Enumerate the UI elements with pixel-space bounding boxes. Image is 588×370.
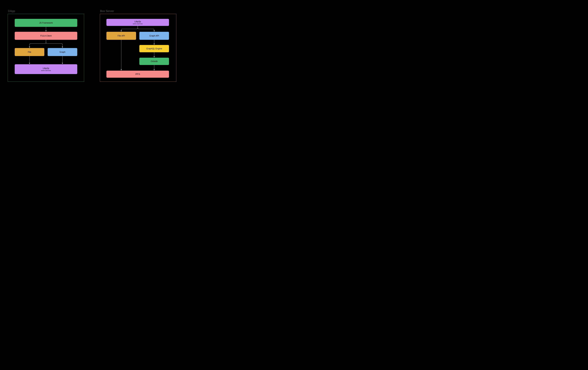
node-label: GraphQL Engine: [146, 47, 162, 50]
node-libp2p-box: Libp2p webrtc-star/noise: [106, 19, 169, 26]
dapp-title: DApp: [8, 10, 15, 13]
node-label: File API: [118, 35, 125, 37]
node-graphql-engine: GraphQL Engine: [139, 45, 169, 52]
node-label: Graph: [60, 51, 65, 53]
node-file: File: [15, 48, 44, 56]
box-title: Box Server: [100, 10, 114, 13]
diagram-canvas: DApp JS Framework FULA Client File Graph…: [0, 0, 185, 87]
node-label: Graph API: [149, 35, 159, 37]
node-libp2p-dapp: Libp2p webrtc-star/noise: [15, 64, 77, 74]
node-label: IPFS: [135, 73, 140, 76]
node-orbitdb: Orbitdb: [139, 58, 169, 65]
node-graph-api: Graph API: [139, 32, 169, 40]
node-label: Libp2p: [135, 20, 141, 23]
node-fula-client: FULA Client: [15, 32, 77, 40]
node-label: Orbitdb: [151, 60, 158, 63]
node-label: FULA Client: [40, 35, 52, 37]
node-label: File: [28, 51, 31, 53]
node-label: Libp2p: [43, 67, 49, 70]
node-sublabel: webrtc-star/noise: [133, 23, 143, 24]
node-graph: Graph: [48, 48, 77, 56]
node-sublabel: webrtc-star/noise: [41, 70, 51, 71]
node-js-framework: JS Framework: [15, 19, 77, 27]
node-file-api: File API: [106, 32, 136, 40]
node-label: JS Framework: [39, 22, 53, 24]
node-ipfs: IPFS: [106, 71, 169, 78]
